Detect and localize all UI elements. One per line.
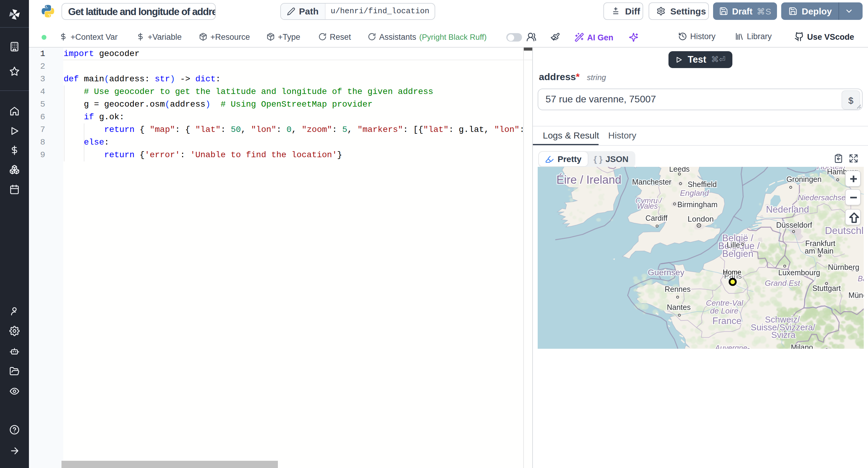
svg-text:Nantes: Nantes: [667, 303, 690, 311]
svg-text:Nederland: Nederland: [766, 204, 809, 215]
svg-text:Birmingham: Birmingham: [677, 200, 717, 209]
svg-text:Svizra: Svizra: [771, 330, 796, 340]
svg-text:Bayern: Bayern: [858, 274, 864, 283]
svg-text:Leeds: Leeds: [669, 167, 689, 173]
svg-text:Niedersachsen: Niedersachsen: [798, 193, 850, 202]
svg-text:Grand Est: Grand Est: [765, 278, 801, 288]
svg-text:Stuttgart: Stuttgart: [812, 284, 841, 293]
svg-text:Lille: Lille: [727, 241, 740, 249]
svg-text:Frankfurt: Frankfurt: [805, 239, 835, 247]
svg-text:am Main: am Main: [805, 247, 834, 255]
svg-text:Deutschland: Deutschland: [825, 225, 864, 236]
svg-text:France: France: [712, 315, 741, 326]
svg-text:Düsseldorf: Düsseldorf: [776, 221, 812, 229]
svg-text:Guernsey: Guernsey: [648, 268, 684, 277]
svg-text:München: München: [848, 291, 864, 299]
svg-text:Groningen: Groningen: [786, 175, 822, 183]
svg-text:Home: Home: [723, 268, 741, 276]
svg-text:Cardiff: Cardiff: [646, 214, 668, 222]
svg-text:Éire / Ireland: Éire / Ireland: [556, 173, 621, 186]
svg-text:London: London: [688, 214, 714, 224]
svg-text:Belgien: Belgien: [722, 248, 753, 259]
svg-text:Wales: Wales: [637, 202, 658, 210]
svg-text:Nürnberg: Nürnberg: [828, 263, 859, 271]
svg-text:Auvergne-: Auvergne-: [714, 344, 749, 349]
svg-text:de Loire: de Loire: [710, 306, 738, 315]
svg-text:England: England: [680, 189, 709, 198]
svg-text:Milano: Milano: [791, 343, 813, 349]
svg-text:Luxembourg: Luxembourg: [778, 268, 820, 277]
svg-text:Manchester: Manchester: [632, 178, 672, 186]
svg-text:Rennes: Rennes: [664, 285, 690, 293]
svg-text:Sheffield: Sheffield: [687, 180, 717, 189]
